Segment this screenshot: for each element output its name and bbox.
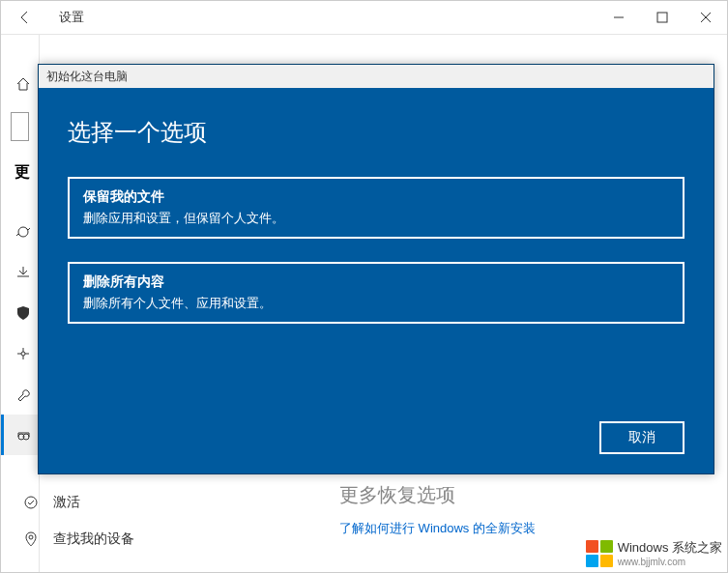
svg-point-7 <box>25 497 37 508</box>
sidebar-item-find-device[interactable]: 查找我的设备 <box>1 521 330 558</box>
sidebar-item-dev[interactable] <box>1 374 39 415</box>
minimize-button[interactable] <box>597 1 640 35</box>
troubleshoot-icon <box>15 345 32 362</box>
option-title: 删除所有内容 <box>83 273 669 291</box>
svg-point-4 <box>21 352 25 356</box>
window-controls <box>597 1 727 35</box>
recovery-icon <box>15 426 32 444</box>
section-label: 更 <box>1 162 39 183</box>
option-remove-all[interactable]: 删除所有内容 删除所有个人文件、应用和设置。 <box>68 262 684 324</box>
home-icon <box>15 75 32 93</box>
sidebar-item-home[interactable] <box>1 64 39 104</box>
sidebar-item-delivery[interactable] <box>1 252 39 293</box>
close-button[interactable] <box>684 1 727 35</box>
sidebar-lower: 激活 查找我的设备 <box>1 474 330 558</box>
sidebar-item-recovery[interactable] <box>1 415 39 455</box>
delivery-icon <box>15 264 32 281</box>
back-button[interactable] <box>1 1 49 35</box>
option-title: 保留我的文件 <box>83 188 669 206</box>
location-icon <box>22 531 40 547</box>
recovery-section: 更多恢复选项 了解如何进行 Windows 的全新安装 <box>339 482 536 537</box>
sidebar-item-label: 查找我的设备 <box>53 530 134 548</box>
sidebar-item-sync[interactable] <box>1 212 39 252</box>
reset-pc-dialog: 初始化这台电脑 选择一个选项 保留我的文件 删除应用和设置，但保留个人文件。 删… <box>38 64 714 474</box>
watermark: Windows 系统之家 www.bjjmlv.com <box>586 539 722 567</box>
recovery-link[interactable]: 了解如何进行 Windows 的全新安装 <box>339 520 536 537</box>
svg-rect-1 <box>657 13 667 22</box>
watermark-url: www.bjjmlv.com <box>618 557 722 567</box>
shield-icon <box>15 304 32 322</box>
sidebar-item-troubleshoot[interactable] <box>1 333 39 374</box>
window-titlebar: 设置 <box>1 1 727 35</box>
dialog-heading: 选择一个选项 <box>68 117 684 148</box>
option-keep-files[interactable]: 保留我的文件 删除应用和设置，但保留个人文件。 <box>68 177 684 239</box>
windows-logo-icon <box>586 540 613 567</box>
window-title: 设置 <box>59 9 597 26</box>
check-icon <box>22 495 40 510</box>
recovery-heading: 更多恢复选项 <box>339 482 536 508</box>
svg-point-8 <box>29 535 33 539</box>
maximize-button[interactable] <box>640 1 684 35</box>
wrench-icon <box>15 386 32 403</box>
sidebar-item-security[interactable] <box>1 293 39 333</box>
cancel-button[interactable]: 取消 <box>599 421 684 454</box>
search-input[interactable] <box>11 112 29 141</box>
option-desc: 删除应用和设置，但保留个人文件。 <box>83 210 669 227</box>
sidebar-item-activation[interactable]: 激活 <box>1 484 330 521</box>
option-desc: 删除所有个人文件、应用和设置。 <box>83 295 669 312</box>
sync-icon <box>15 223 32 241</box>
dialog-titlebar: 初始化这台电脑 <box>39 65 713 88</box>
watermark-text: Windows 系统之家 <box>618 540 722 555</box>
sidebar-item-label: 激活 <box>53 494 80 511</box>
